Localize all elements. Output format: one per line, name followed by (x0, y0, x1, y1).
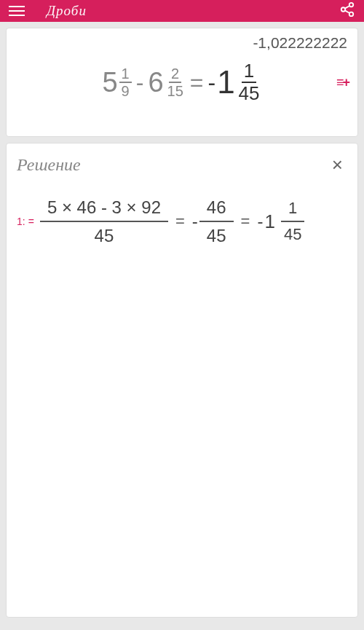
app-title: Дроби (47, 3, 87, 19)
svg-line-3 (345, 6, 349, 9)
svg-point-1 (341, 7, 346, 12)
term-1: 5 1 9 (102, 66, 131, 99)
menu-icon[interactable] (9, 6, 25, 16)
close-icon[interactable]: × (328, 154, 347, 176)
term-2: 6 2 15 (148, 66, 185, 99)
step-equals-2: = (175, 212, 185, 231)
solution-card: Решение × 1: = 5 × 46 - 3 × 92 45 = - 46… (6, 143, 358, 618)
step-number: 1: (17, 216, 25, 227)
negative-sign-2: - (192, 211, 198, 232)
step-equals: = (28, 216, 34, 227)
step-fraction-1: 5 × 46 - 3 × 92 45 (40, 194, 168, 249)
negative-sign: - (207, 69, 215, 96)
negative-sign-3: - (257, 211, 263, 232)
equation-card: -1,022222222 5 1 9 - 6 2 15 = - 1 1 45 ≡… (6, 28, 358, 137)
minus-operator: - (136, 69, 144, 96)
solution-header: Решение × (17, 154, 347, 176)
step-mixed-result: 1 1 45 (264, 196, 309, 248)
solution-step-1: 1: = 5 × 46 - 3 × 92 45 = - 46 45 = - 1 … (17, 194, 347, 249)
step-fraction-2: 46 45 (199, 194, 234, 249)
equals-sign: = (190, 69, 204, 96)
app-header: Дроби (0, 0, 364, 22)
svg-point-0 (349, 3, 354, 7)
step-equals-3: = (241, 212, 250, 231)
more-icon[interactable]: ≡+ (336, 75, 349, 90)
svg-point-2 (349, 12, 354, 16)
share-icon[interactable] (339, 1, 355, 20)
svg-line-4 (345, 10, 349, 13)
decimal-result: -1,022222222 (253, 34, 347, 52)
solution-title: Решение (17, 155, 81, 175)
result-term: 1 1 45 (217, 60, 261, 103)
